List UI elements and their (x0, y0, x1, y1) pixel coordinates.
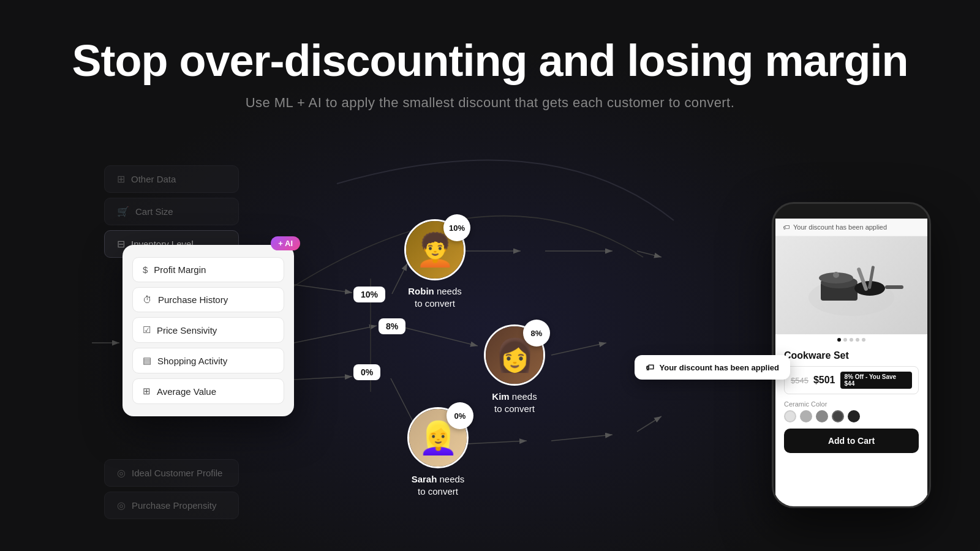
banner-text: Your discount has been applied (793, 223, 887, 231)
signal-cart-size: 🛒 Cart Size (104, 198, 239, 225)
subtitle: Use ML + AI to apply the smallest discou… (0, 95, 980, 111)
signal-ideal-customer-label: Ideal Customer Profile (132, 468, 222, 478)
discount-applied-card: 🏷 Your discount has been applied (635, 355, 790, 380)
discount-node-10: 10% (353, 287, 385, 302)
other-data-icon: ⊞ (117, 173, 125, 185)
price-icon: ☑ (143, 324, 151, 335)
customer-robin: 🧑‍🦱 10% Robin needsto convert (404, 219, 466, 309)
dot-4 (856, 338, 859, 342)
sarah-discount-badge: 0% (447, 402, 473, 429)
discount-tag: 8% Off - You Save $44 (840, 372, 912, 389)
price-old: $545 (791, 376, 809, 385)
inventory-level-icon: ⊟ (117, 238, 125, 250)
card-purchase-history[interactable]: ⏱ Purchase History (132, 287, 284, 312)
cart-size-icon: 🛒 (117, 206, 129, 217)
sarah-label: Sarah needsto convert (407, 473, 469, 497)
ideal-customer-icon: ◎ (117, 467, 126, 479)
swatch-2[interactable] (800, 410, 812, 422)
discount-applied-text: Your discount has been applied (659, 363, 779, 372)
dot-5 (862, 338, 865, 342)
signal-purchase-propensity-label: Purchase Propensity (132, 500, 216, 511)
dot-1 (837, 338, 841, 342)
customer-kim: 👩 8% Kim needsto convert (484, 324, 545, 414)
dot-2 (843, 338, 847, 342)
card-price-sensivity[interactable]: ☑ Price Sensivity (132, 317, 284, 343)
card-average-value-label: Average Value (157, 386, 216, 397)
svg-point-25 (833, 272, 839, 278)
discount-0-label: 0% (361, 367, 373, 377)
kim-label: Kim needsto convert (484, 391, 545, 414)
bottom-signals-panel: ◎ Ideal Customer Profile ◎ Purchase Prop… (104, 459, 239, 524)
swatch-1[interactable] (784, 410, 796, 422)
signal-other-data-label: Other Data (131, 174, 176, 184)
card-profit-margin-label: Profit Margin (154, 264, 206, 275)
card-average-value[interactable]: ⊞ Average Value (132, 378, 284, 404)
product-name: Cookware Set (784, 350, 919, 361)
ai-card: + AI $ Profit Margin ⏱ Purchase History … (123, 245, 294, 416)
main-title: Stop over-discounting and losing margin (0, 37, 980, 85)
svg-rect-21 (885, 285, 903, 289)
tag-icon-card: 🏷 (646, 362, 654, 372)
signal-purchase-propensity: ◎ Purchase Propensity (104, 492, 239, 519)
price-new: $501 (813, 375, 835, 386)
discount-10-label: 10% (361, 290, 378, 299)
phone-product-content: Cookware Set $545 $501 8% Off - You Save… (775, 345, 927, 458)
add-to-cart-button[interactable]: Add to Cart (784, 429, 919, 453)
phone-discount-banner: 🏷 Your discount has been applied (775, 219, 927, 236)
price-row: $545 $501 8% Off - You Save $44 (784, 366, 919, 394)
phone-notch (827, 204, 876, 219)
kim-discount-badge: 8% (523, 320, 550, 347)
swatch-3[interactable] (816, 410, 828, 422)
phone-image-dots (775, 334, 927, 345)
header-section: Stop over-discounting and losing margin … (0, 37, 980, 111)
card-price-sensivity-label: Price Sensivity (157, 325, 217, 335)
dot-3 (850, 338, 853, 342)
product-image (775, 236, 927, 334)
history-icon: ⏱ (143, 294, 152, 305)
tag-icon: 🏷 (783, 223, 790, 231)
discount-8-label: 8% (386, 321, 398, 331)
card-profit-margin[interactable]: $ Profit Margin (132, 257, 284, 282)
swatch-5[interactable] (848, 410, 860, 422)
signal-ideal-customer: ◎ Ideal Customer Profile (104, 459, 239, 487)
signal-other-data: ⊞ Other Data (104, 165, 239, 193)
phone-mockup: 🏷 Your discount has been applied (772, 202, 931, 508)
discount-node-8: 8% (379, 318, 405, 334)
dollar-icon: $ (143, 264, 148, 275)
card-purchase-history-label: Purchase History (158, 294, 228, 305)
ai-badge: + AI (271, 236, 300, 250)
discount-node-0: 0% (353, 364, 380, 380)
shopping-icon: ▤ (143, 355, 151, 366)
card-shopping-activity[interactable]: ▤ Shopping Activity (132, 348, 284, 373)
robin-discount-badge: 10% (443, 214, 470, 241)
color-section: Ceramic Color (784, 400, 919, 422)
propensity-icon: ◎ (117, 500, 126, 511)
swatch-4[interactable] (832, 410, 844, 422)
customer-sarah: 👱‍♀️ 0% Sarah needsto convert (407, 407, 469, 497)
signal-cart-size-label: Cart Size (135, 206, 173, 217)
average-icon: ⊞ (143, 386, 151, 397)
phone-screen: 🏷 Your discount has been applied (775, 219, 927, 508)
color-label: Ceramic Color (784, 400, 919, 408)
color-swatches (784, 410, 919, 422)
card-shopping-activity-label: Shopping Activity (157, 356, 227, 366)
robin-label: Robin needsto convert (404, 285, 466, 309)
